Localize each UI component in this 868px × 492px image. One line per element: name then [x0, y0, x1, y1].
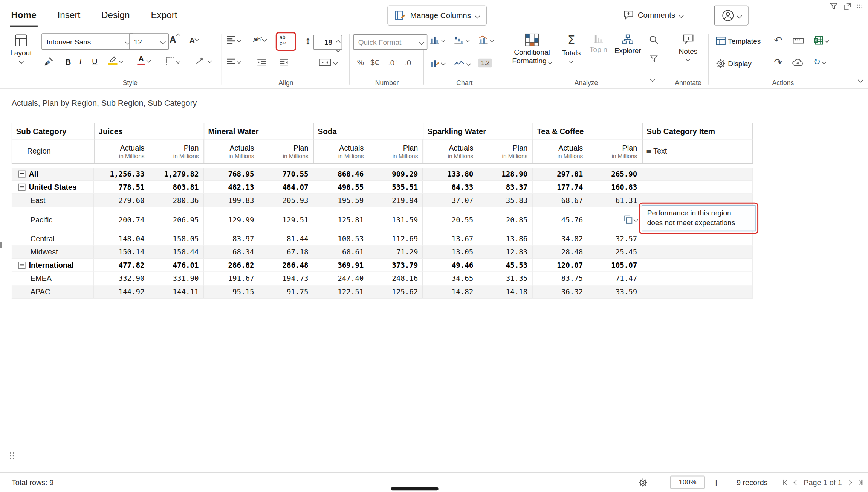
combo-chart-button[interactable]: [478, 35, 494, 44]
search-button[interactable]: [649, 35, 659, 44]
value-cell[interactable]: 144.11: [149, 285, 203, 298]
value-cell[interactable]: 129.51: [258, 207, 313, 232]
undo-button[interactable]: ↶: [774, 34, 782, 46]
value-cell[interactable]: 36.32: [533, 285, 587, 298]
column-chart-button[interactable]: [429, 35, 445, 44]
tab-design[interactable]: Design: [100, 8, 131, 27]
first-page-button[interactable]: [783, 480, 789, 485]
font-size-select[interactable]: 12: [129, 33, 169, 50]
value-cell[interactable]: 20.85: [478, 207, 532, 232]
value-cell[interactable]: 373.79: [368, 259, 423, 272]
zoom-in-button[interactable]: +: [712, 477, 720, 487]
value-cell[interactable]: 14.82: [423, 285, 478, 298]
value-cell[interactable]: 286.82: [204, 259, 258, 272]
item-cell[interactable]: [642, 168, 753, 180]
tab-insert[interactable]: Insert: [57, 8, 82, 27]
value-cell[interactable]: 286.48: [258, 259, 313, 272]
measure-header-cell[interactable]: Planin Millions: [258, 139, 313, 163]
value-cell[interactable]: 33.59: [587, 285, 642, 298]
font-color-button[interactable]: A: [137, 55, 150, 65]
value-cell[interactable]: 12.83: [478, 245, 532, 258]
value-cell[interactable]: 199.83: [204, 194, 258, 207]
value-cell[interactable]: 247.40: [313, 272, 368, 285]
row-label-cell[interactable]: Midwest: [12, 245, 94, 258]
measure-header-cell[interactable]: Planin Millions: [478, 139, 532, 163]
number-format-badge-button[interactable]: 1.2: [478, 59, 492, 68]
decrease-font-size-button[interactable]: A: [189, 36, 199, 45]
item-cell[interactable]: [642, 232, 753, 245]
value-cell[interactable]: 194.73: [258, 272, 313, 285]
item-cell[interactable]: [642, 245, 753, 258]
value-cell[interactable]: 158.44: [149, 245, 203, 258]
value-cell[interactable]: 148.04: [94, 232, 149, 245]
value-cell[interactable]: 909.29: [368, 168, 423, 180]
measure-header-cell[interactable]: Planin Millions: [149, 139, 203, 163]
underline-button[interactable]: U: [92, 57, 98, 66]
value-cell[interactable]: 150.14: [94, 245, 149, 258]
value-cell[interactable]: 81.44: [258, 232, 313, 245]
item-cell[interactable]: [642, 181, 753, 193]
value-cell[interactable]: 122.51: [313, 285, 368, 298]
paste-note-button[interactable]: [623, 215, 637, 224]
value-cell[interactable]: 34.65: [423, 272, 478, 285]
value-cell[interactable]: 778.51: [94, 181, 149, 193]
manage-columns-button[interactable]: Manage Columns: [388, 6, 487, 26]
explorer-button[interactable]: Explorer: [612, 34, 644, 55]
row-label-cell[interactable]: APAC: [12, 285, 94, 298]
value-cell[interactable]: 125.81: [313, 207, 368, 232]
value-cell[interactable]: 205.93: [258, 194, 313, 207]
templates-button[interactable]: Templates: [716, 37, 761, 46]
edit-chart-button[interactable]: [429, 59, 445, 68]
measure-header-cell[interactable]: Planin Millions: [587, 139, 642, 163]
value-cell[interactable]: 279.60: [94, 194, 149, 207]
value-cell[interactable]: 129.99: [204, 207, 258, 232]
value-cell[interactable]: 280.36: [149, 194, 203, 207]
value-cell[interactable]: 34.82: [533, 232, 587, 245]
value-cell[interactable]: 67.18: [258, 245, 313, 258]
top-n-button[interactable]: Top n: [586, 34, 611, 53]
visual-drag-handle[interactable]: [7, 450, 18, 461]
merge-cells-button[interactable]: [318, 59, 337, 67]
item-cell[interactable]: [642, 272, 753, 285]
item-cell[interactable]: [642, 259, 753, 272]
redo-button[interactable]: ↷: [774, 56, 782, 68]
refresh-button[interactable]: ↻: [813, 56, 826, 67]
comments-button[interactable]: Comments: [623, 6, 683, 24]
borders-button[interactable]: [166, 57, 180, 65]
value-cell[interactable]: 108.53: [313, 232, 368, 245]
tab-home[interactable]: Home: [10, 8, 37, 27]
publish-button[interactable]: [792, 59, 804, 67]
value-cell[interactable]: 177.74: [533, 181, 587, 193]
value-cell[interactable]: 71.29: [368, 245, 423, 258]
last-page-button[interactable]: [857, 480, 862, 485]
value-cell[interactable]: 35.83: [478, 194, 532, 207]
value-cell[interactable]: 369.91: [313, 259, 368, 272]
export-excel-button[interactable]: [813, 36, 828, 45]
measure-header-cell[interactable]: Actualsin Millions: [533, 139, 587, 163]
value-cell[interactable]: 1,256.33: [94, 168, 149, 180]
value-cell[interactable]: 535.51: [368, 181, 423, 193]
value-cell[interactable]: 13.67: [423, 232, 478, 245]
collapse-ribbon-button[interactable]: [859, 74, 862, 84]
row-label-cell[interactable]: All: [12, 168, 94, 180]
group-header-cell[interactable]: Mineral Water: [204, 123, 313, 139]
value-cell[interactable]: 770.55: [258, 168, 313, 180]
row-height-stepper-down[interactable]: [336, 43, 339, 53]
value-cell[interactable]: 195.59: [313, 194, 368, 207]
group-header-cell[interactable]: Soda: [313, 123, 423, 139]
measure-header-cell[interactable]: Actualsin Millions: [313, 139, 368, 163]
value-cell[interactable]: 803.81: [149, 181, 203, 193]
item-column-header-cell[interactable]: Sub Category Item: [642, 123, 753, 139]
value-cell[interactable]: 265.90: [587, 168, 642, 180]
value-cell[interactable]: 332.90: [94, 272, 149, 285]
filter-icon[interactable]: [830, 3, 838, 10]
account-button[interactable]: [714, 6, 749, 26]
value-cell[interactable]: 297.81: [533, 168, 587, 180]
value-cell[interactable]: 128.90: [478, 168, 532, 180]
value-cell[interactable]: 498.55: [313, 181, 368, 193]
value-cell[interactable]: 125.62: [368, 285, 423, 298]
decrease-indent-button[interactable]: [256, 59, 267, 66]
value-cell[interactable]: 131.59: [368, 207, 423, 232]
increase-decimal-button[interactable]: .0+: [388, 58, 397, 67]
value-cell[interactable]: 25.45: [587, 245, 642, 258]
